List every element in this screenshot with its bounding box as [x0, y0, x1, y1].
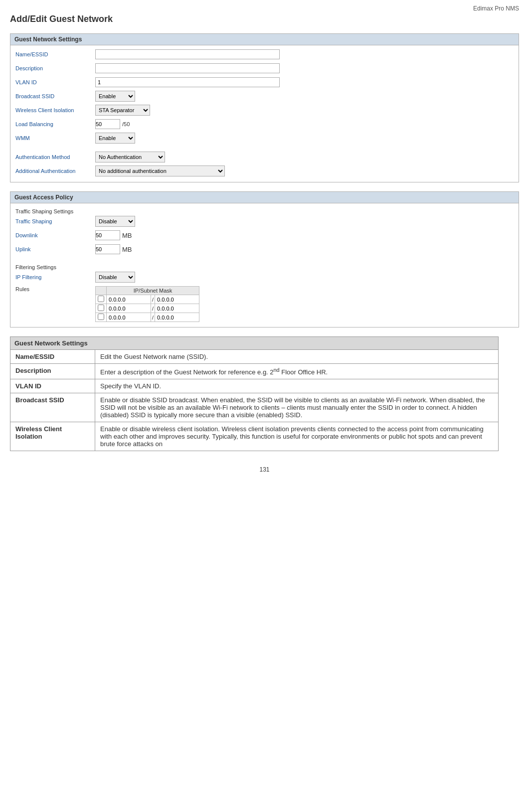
panel1-body: Name/ESSID Description VLAN ID Broadcast… — [10, 45, 519, 182]
downlink-input-group: MB — [95, 230, 132, 240]
desc-description-name: Description — [10, 364, 95, 379]
rule-ip-1[interactable] — [109, 297, 149, 303]
rule-checkbox-3[interactable] — [98, 314, 104, 320]
broadcast-ssid-select[interactable]: Enable Disable — [95, 91, 135, 102]
load-balancing-input[interactable] — [95, 119, 120, 129]
desc-row-wireless-client-isolation: Wireless Client Isolation Enable or disa… — [10, 422, 499, 451]
load-balancing-label: Load Balancing — [15, 121, 95, 127]
rule-mask-3[interactable] — [157, 315, 197, 321]
panel1-header: Guest Network Settings — [10, 34, 519, 45]
table-row: / — [96, 313, 199, 322]
name-essid-label: Name/ESSID — [15, 51, 95, 57]
uplink-unit: MB — [122, 246, 132, 253]
panel2-body: Traffic Shaping Settings Traffic Shaping… — [10, 203, 519, 327]
downlink-row: Downlink MB — [15, 229, 514, 241]
uplink-input[interactable] — [95, 244, 120, 254]
traffic-shaping-label: Traffic Shaping — [15, 218, 95, 224]
wmm-label: WMM — [15, 135, 95, 141]
guest-access-policy-panel: Guest Access Policy Traffic Shaping Sett… — [10, 191, 519, 327]
uplink-input-group: MB — [95, 244, 132, 254]
downlink-input[interactable] — [95, 230, 120, 240]
desc-vlan-id-name: VLAN ID — [10, 379, 95, 393]
desc-wireless-client-isolation-desc: Enable or disable wireless client isolat… — [95, 422, 499, 451]
additional-auth-row: Additional Authentication No additional … — [15, 165, 514, 177]
load-balancing-max: /50 — [122, 121, 130, 127]
rules-table: IP/Subnet Mask / / — [95, 286, 199, 322]
filtering-section-label: Filtering Settings — [15, 262, 514, 271]
additional-auth-label: Additional Authentication — [15, 168, 95, 174]
ip-filtering-row: IP Filtering Disable Enable — [15, 271, 514, 283]
desc-vlan-id-desc: Specify the VLAN ID. — [95, 379, 499, 393]
rule-mask-2[interactable] — [157, 306, 197, 312]
wmm-select[interactable]: Enable Disable — [95, 133, 135, 144]
auth-method-select[interactable]: No Authentication WPA2 Personal WPA2 Ent… — [95, 152, 165, 162]
ip-subnet-mask-header: IP/Subnet Mask — [107, 287, 199, 295]
traffic-shaping-row: Traffic Shaping Disable Enable — [15, 215, 514, 227]
description-label: Description — [15, 65, 95, 71]
desc-row-description: Description Enter a description of the G… — [10, 364, 499, 379]
uplink-row: Uplink MB — [15, 243, 514, 255]
panel2-header: Guest Access Policy — [10, 192, 519, 203]
ip-filtering-label: IP Filtering — [15, 274, 95, 280]
desc-broadcast-ssid-desc: Enable or disable SSID broadcast. When e… — [95, 393, 499, 422]
guest-network-settings-panel: Guest Network Settings Name/ESSID Descri… — [10, 33, 519, 182]
rule-mask-1[interactable] — [157, 297, 197, 303]
page-title: Add/Edit Guest Network — [10, 14, 519, 24]
traffic-shaping-select[interactable]: Disable Enable — [95, 216, 135, 227]
desc-description-desc: Enter a description of the Guest Network… — [95, 364, 499, 379]
vlan-id-row: VLAN ID — [15, 76, 514, 88]
broadcast-ssid-row: Broadcast SSID Enable Disable — [15, 90, 514, 102]
ip-filtering-select[interactable]: Disable Enable — [95, 272, 135, 283]
wmm-row: WMM Enable Disable — [15, 132, 514, 144]
table-row: / — [96, 295, 199, 304]
name-essid-input[interactable] — [95, 49, 280, 59]
downlink-unit: MB — [122, 232, 132, 239]
table-row: / — [96, 304, 199, 313]
auth-method-label: Authentication Method — [15, 154, 95, 160]
description-input[interactable] — [95, 63, 280, 73]
desc-name-essid-desc: Edit the Guest Network name (SSID). — [95, 350, 499, 364]
vlan-id-label: VLAN ID — [15, 79, 95, 85]
description-table: Guest Network Settings Name/ESSID Edit t… — [10, 336, 499, 451]
desc-section-header: Guest Network Settings — [10, 337, 499, 350]
rule-checkbox-2[interactable] — [98, 305, 104, 311]
desc-row-broadcast-ssid: Broadcast SSID Enable or disable SSID br… — [10, 393, 499, 422]
desc-name-essid-name: Name/ESSID — [10, 350, 95, 364]
traffic-section-label: Traffic Shaping Settings — [15, 206, 514, 215]
wireless-client-isolation-select[interactable]: STA Separator Disable — [95, 105, 150, 116]
rule-ip-3[interactable] — [109, 315, 149, 321]
downlink-label: Downlink — [15, 232, 95, 238]
rule-checkbox-1[interactable] — [98, 296, 104, 302]
additional-auth-select[interactable]: No additional authentication Captive Por… — [95, 165, 225, 176]
wireless-client-isolation-row: Wireless Client Isolation STA Separator … — [15, 104, 514, 116]
load-balancing-input-group: /50 — [95, 119, 130, 129]
desc-broadcast-ssid-name: Broadcast SSID — [10, 393, 95, 422]
desc-wireless-client-isolation-name: Wireless Client Isolation — [10, 422, 95, 451]
page-number: 131 — [10, 466, 519, 473]
desc-row-name-essid: Name/ESSID Edit the Guest Network name (… — [10, 350, 499, 364]
rules-label: Rules — [15, 285, 95, 292]
description-row: Description — [15, 62, 514, 74]
wireless-client-isolation-label: Wireless Client Isolation — [15, 107, 95, 113]
app-name: Edimax Pro NMS — [10, 5, 519, 12]
name-essid-row: Name/ESSID — [15, 48, 514, 60]
vlan-id-input[interactable] — [95, 77, 280, 87]
rule-ip-2[interactable] — [109, 306, 149, 312]
uplink-label: Uplink — [15, 246, 95, 252]
load-balancing-row: Load Balancing /50 — [15, 118, 514, 130]
broadcast-ssid-label: Broadcast SSID — [15, 93, 95, 99]
desc-row-vlan-id: VLAN ID Specify the VLAN ID. — [10, 379, 499, 393]
rules-row: Rules IP/Subnet Mask / — [15, 285, 514, 322]
auth-method-row: Authentication Method No Authentication … — [15, 151, 514, 163]
